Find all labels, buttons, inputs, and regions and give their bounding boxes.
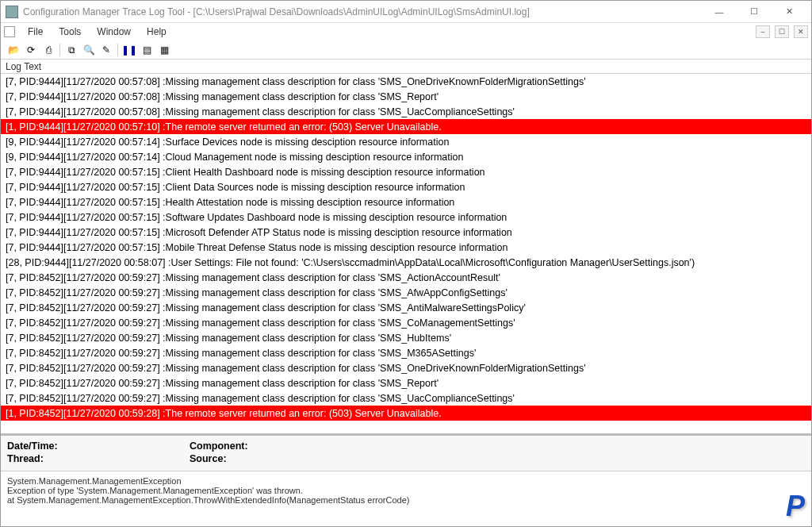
window-title: Configuration Manager Trace Log Tool - [… xyxy=(23,6,702,17)
mdi-restore-button[interactable]: ☐ xyxy=(775,25,789,38)
mdi-minimize-button[interactable]: – xyxy=(756,25,770,38)
toolbar-separator xyxy=(117,44,118,56)
log-row[interactable]: [1, PID:9444][11/27/2020 00:57:10] :The … xyxy=(1,119,811,134)
minimize-button[interactable]: — xyxy=(702,1,737,23)
log-text-header: Log Text xyxy=(6,61,41,72)
log-list[interactable]: [7, PID:9444][11/27/2020 00:57:08] :Miss… xyxy=(1,74,811,433)
log-row[interactable]: [7, PID:8452][11/27/2020 00:59:27] :Miss… xyxy=(1,375,811,390)
close-button[interactable]: ✕ xyxy=(772,1,806,23)
title-bar: Configuration Manager Trace Log Tool - [… xyxy=(1,1,811,23)
log-row[interactable]: [7, PID:9444][11/27/2020 00:57:15] :Soft… xyxy=(1,210,811,225)
log-row[interactable]: [9, PID:9444][11/27/2020 00:57:14] :Clou… xyxy=(1,149,811,164)
copy-icon[interactable]: ⧉ xyxy=(63,42,79,58)
open-icon[interactable]: 📂 xyxy=(6,42,21,58)
log-row[interactable]: [7, PID:8452][11/27/2020 00:59:27] :Miss… xyxy=(1,315,811,330)
log-row[interactable]: [7, PID:9444][11/27/2020 00:57:08] :Miss… xyxy=(1,104,811,119)
datetime-label: Date/Time: xyxy=(7,440,63,452)
exception-panel: System.Management.ManagementException Ex… xyxy=(1,471,811,526)
print-icon[interactable]: ⎙ xyxy=(40,42,56,58)
log-row[interactable]: [7, PID:9444][11/27/2020 00:57:15] :Mobi… xyxy=(1,240,811,255)
exception-line: Exception of type 'System.Management.Man… xyxy=(7,486,805,495)
highlight-icon[interactable]: ✎ xyxy=(98,42,114,58)
window-controls: — ☐ ✕ xyxy=(702,1,806,23)
menu-tools[interactable]: Tools xyxy=(52,25,87,38)
log-row[interactable]: [1, PID:8452][11/27/2020 00:59:28] :The … xyxy=(1,406,811,421)
thread-label: Thread: xyxy=(7,453,63,464)
mdi-close-button[interactable]: ✕ xyxy=(794,25,808,38)
log-row[interactable]: [9, PID:9444][11/27/2020 00:57:14] :Surf… xyxy=(1,134,811,149)
log-row[interactable]: [7, PID:9444][11/27/2020 00:57:15] :Clie… xyxy=(1,164,811,179)
toolbar: 📂 ⟳ ⎙ ⧉ 🔍 ✎ ❚❚ ▤ ▦ xyxy=(1,40,811,60)
exception-line: System.Management.ManagementException xyxy=(7,476,805,486)
menu-help[interactable]: Help xyxy=(140,25,173,38)
log-row[interactable]: [7, PID:8452][11/27/2020 00:59:27] :Miss… xyxy=(1,360,811,375)
log-row[interactable]: [7, PID:9444][11/27/2020 00:57:15] :Micr… xyxy=(1,225,811,240)
log-row[interactable]: [7, PID:9444][11/27/2020 00:57:08] :Miss… xyxy=(1,74,811,89)
single-pane-icon[interactable]: ▤ xyxy=(139,42,155,58)
menu-window[interactable]: Window xyxy=(90,25,137,38)
component-label: Component: xyxy=(190,440,248,452)
log-row[interactable]: [7, PID:8452][11/27/2020 00:59:27] :Miss… xyxy=(1,285,811,300)
app-menu-icon xyxy=(4,26,15,37)
log-row[interactable]: [7, PID:9444][11/27/2020 00:57:08] :Miss… xyxy=(1,89,811,104)
log-row[interactable]: [7, PID:8452][11/27/2020 00:59:27] :Miss… xyxy=(1,390,811,406)
pause-icon[interactable]: ❚❚ xyxy=(121,42,137,58)
multi-pane-icon[interactable]: ▦ xyxy=(156,42,172,58)
refresh-icon[interactable]: ⟳ xyxy=(23,42,39,58)
log-row[interactable]: [7, PID:9444][11/27/2020 00:57:15] :Clie… xyxy=(1,179,811,194)
exception-line: at System.Management.ManagementException… xyxy=(7,495,805,505)
details-panel: Date/Time: Component: Thread: Source: xyxy=(1,433,811,471)
log-row[interactable]: [28, PID:9444][11/27/2020 00:58:07] :Use… xyxy=(1,255,811,270)
watermark-logo: P xyxy=(786,490,803,523)
log-row[interactable]: [7, PID:8452][11/27/2020 00:59:27] :Miss… xyxy=(1,300,811,315)
maximize-button[interactable]: ☐ xyxy=(737,1,772,23)
menu-bar: File Tools Window Help – ☐ ✕ xyxy=(1,23,811,40)
log-row[interactable]: [7, PID:8452][11/27/2020 00:59:27] :Miss… xyxy=(1,270,811,285)
app-icon xyxy=(6,6,18,18)
log-row[interactable]: [7, PID:8452][11/27/2020 00:59:27] :Miss… xyxy=(1,345,811,360)
log-row[interactable]: [7, PID:9444][11/27/2020 00:57:15] :Heal… xyxy=(1,194,811,210)
menu-file[interactable]: File xyxy=(21,25,49,38)
column-header[interactable]: Log Text xyxy=(1,60,811,74)
log-row[interactable]: [7, PID:8452][11/27/2020 00:59:27] :Miss… xyxy=(1,330,811,345)
toolbar-separator xyxy=(59,44,60,56)
source-label: Source: xyxy=(190,453,245,464)
find-icon[interactable]: 🔍 xyxy=(81,42,97,58)
